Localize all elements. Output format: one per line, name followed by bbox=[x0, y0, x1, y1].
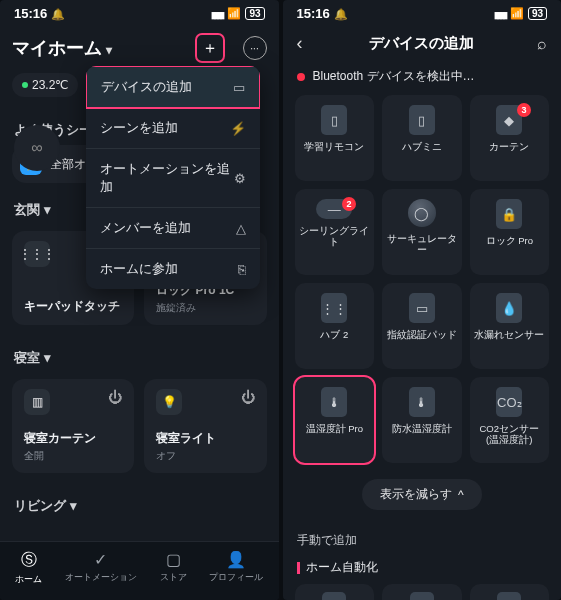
dnd-icon bbox=[334, 6, 348, 21]
status-time: 15:16 bbox=[14, 6, 47, 21]
device-type-label: 温湿度計 Pro bbox=[306, 423, 363, 434]
device-card-light[interactable]: 💡 ⏻ 寝室ライト オフ bbox=[144, 379, 266, 473]
device-type-icon: ◯ bbox=[408, 199, 436, 227]
menu-item-add-scene[interactable]: シーンを追加 ⚡ bbox=[86, 108, 260, 149]
automation-icon: ⚙ bbox=[234, 171, 246, 186]
dnd-icon bbox=[51, 6, 65, 21]
bluetooth-dot-icon bbox=[297, 73, 305, 81]
add-button[interactable]: ＋ bbox=[195, 33, 225, 63]
detected-device-card[interactable]: 🔒ロック Pro bbox=[470, 189, 550, 275]
device-type-icon: 💧 bbox=[496, 293, 522, 323]
join-icon: ⎘ bbox=[238, 262, 246, 277]
home-icon: Ⓢ bbox=[21, 550, 37, 571]
device-card-curtain[interactable]: ▥ ⏻ 寝室カーテン 全開 bbox=[12, 379, 134, 473]
device-type-label: サーキュレーター bbox=[386, 233, 458, 256]
detected-device-card[interactable]: ◆カーテン3 bbox=[470, 95, 550, 181]
status-bar: 15:16 93 bbox=[283, 0, 562, 23]
search-icon: ⌕ bbox=[537, 35, 547, 52]
temperature-value: 23.2℃ bbox=[32, 78, 68, 92]
member-icon: △ bbox=[236, 221, 246, 236]
battery-level: 93 bbox=[245, 7, 264, 20]
device-type-label: 防水温湿度計 bbox=[392, 423, 452, 434]
detected-device-card[interactable]: 🌡温湿度計 Pro bbox=[295, 377, 375, 463]
power-icon[interactable]: ⏻ bbox=[241, 389, 255, 405]
more-button[interactable]: ··· bbox=[243, 36, 267, 60]
device-type-label: 学習リモコン bbox=[304, 141, 364, 152]
detected-device-card[interactable]: ▯学習リモコン bbox=[295, 95, 375, 181]
manual-device-card[interactable]: ▭ブラインドポール bbox=[470, 584, 550, 600]
detected-device-card[interactable]: ▯ハブミニ bbox=[382, 95, 462, 181]
device-status: オフ bbox=[156, 449, 254, 463]
detected-device-card[interactable]: ▭指紋認証パッド bbox=[382, 283, 462, 369]
page-title: デバイスの追加 bbox=[317, 34, 528, 53]
battery-level: 93 bbox=[528, 7, 547, 20]
device-type-icon: 🌡 bbox=[321, 387, 347, 417]
detected-device-card[interactable]: 🌡防水温湿度計 bbox=[382, 377, 462, 463]
status-dot-icon bbox=[22, 82, 28, 88]
bulb-icon: 💡 bbox=[156, 389, 182, 415]
device-type-label: ロック Pro bbox=[486, 235, 533, 246]
nav-home[interactable]: Ⓢ ホーム bbox=[15, 550, 42, 586]
nav-label: ストア bbox=[160, 571, 187, 584]
menu-label: デバイスの追加 bbox=[101, 78, 192, 96]
device-type-label: ハブミニ bbox=[402, 141, 442, 152]
device-type-icon: CO₂ bbox=[496, 387, 522, 417]
detected-device-card[interactable]: ⋮⋮ハブ 2 bbox=[295, 283, 375, 369]
detected-device-card[interactable]: CO₂CO2センサー(温湿度計) bbox=[470, 377, 550, 463]
detected-device-card[interactable]: —シーリングライト2 bbox=[295, 189, 375, 275]
chevron-up-icon: ^ bbox=[458, 488, 464, 502]
bluetooth-label: Bluetooth デバイスを検出中… bbox=[313, 68, 475, 85]
nav-store[interactable]: ▢ ストア bbox=[160, 550, 187, 586]
menu-label: メンバーを追加 bbox=[100, 219, 191, 237]
home-selector[interactable]: マイホーム bbox=[12, 36, 195, 60]
status-time: 15:16 bbox=[297, 6, 330, 21]
bottom-nav: Ⓢ ホーム ✓ オートメーション ▢ ストア 👤 プロフィール bbox=[0, 541, 279, 600]
device-type-icon: ⋮⋮ bbox=[321, 293, 347, 323]
screen-home: 15:16 93 マイホーム ＋ ··· 23.2℃ bbox=[0, 0, 279, 600]
link-icon[interactable]: ∞ bbox=[14, 125, 60, 171]
device-icon: ▭ bbox=[233, 80, 245, 95]
count-badge: 3 bbox=[517, 103, 531, 117]
nav-label: ホーム bbox=[15, 573, 42, 586]
device-status: 施錠済み bbox=[156, 301, 254, 315]
home-automation-subheader: ホーム自動化 bbox=[283, 553, 562, 578]
home-header: マイホーム ＋ ··· bbox=[0, 23, 279, 69]
menu-item-add-device[interactable]: デバイスの追加 ▭ bbox=[86, 66, 260, 109]
device-type-icon: ▭ bbox=[497, 592, 521, 600]
nav-label: プロフィール bbox=[209, 571, 263, 584]
device-type-label: カーテン bbox=[489, 141, 529, 152]
menu-label: ホームに参加 bbox=[100, 260, 178, 278]
wifi-icon bbox=[510, 7, 524, 20]
temperature-chip[interactable]: 23.2℃ bbox=[12, 73, 78, 97]
section-living[interactable]: リビング ▾ bbox=[0, 479, 279, 521]
manual-device-card[interactable]: ▯ボット bbox=[295, 584, 375, 600]
device-name: 寝室ライト bbox=[156, 430, 254, 447]
count-badge: 2 bbox=[342, 197, 356, 211]
detected-device-card[interactable]: 💧水漏れセンサー bbox=[470, 283, 550, 369]
device-type-label: CO2センサー(温湿度計) bbox=[474, 423, 546, 446]
back-button[interactable]: ‹ bbox=[297, 33, 317, 54]
device-type-icon: 🔒 bbox=[496, 199, 522, 229]
nav-automation[interactable]: ✓ オートメーション bbox=[65, 550, 137, 586]
chevron-down-icon bbox=[106, 38, 112, 59]
show-less-button[interactable]: 表示を減らす ^ bbox=[362, 479, 482, 510]
signal-icon bbox=[211, 8, 223, 20]
manual-device-card[interactable]: ◆カーテン bbox=[382, 584, 462, 600]
search-button[interactable]: ⌕ bbox=[527, 35, 547, 53]
power-icon[interactable]: ⏻ bbox=[108, 389, 122, 405]
device-type-icon: ▯ bbox=[409, 105, 435, 135]
menu-item-join-home[interactable]: ホームに参加 ⎘ bbox=[86, 249, 260, 289]
signal-icon bbox=[494, 8, 506, 20]
device-status: 全開 bbox=[24, 449, 122, 463]
device-type-label: シーリングライト bbox=[299, 225, 371, 248]
nav-label: オートメーション bbox=[65, 571, 137, 584]
section-bedroom[interactable]: 寝室 ▾ bbox=[0, 331, 279, 373]
menu-item-add-automation[interactable]: オートメーションを追加 ⚙ bbox=[86, 149, 260, 208]
menu-item-add-member[interactable]: メンバーを追加 △ bbox=[86, 208, 260, 249]
device-type-icon: ◆ bbox=[410, 592, 434, 600]
device-type-icon: ▭ bbox=[409, 293, 435, 323]
nav-profile[interactable]: 👤 プロフィール bbox=[209, 550, 263, 586]
menu-label: オートメーションを追加 bbox=[100, 160, 234, 196]
detected-device-card[interactable]: ◯サーキュレーター bbox=[382, 189, 462, 275]
curtain-icon: ▥ bbox=[24, 389, 50, 415]
